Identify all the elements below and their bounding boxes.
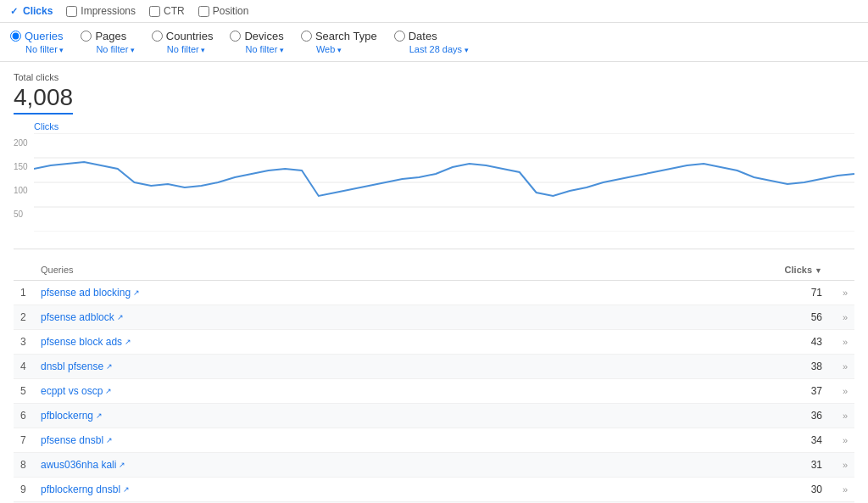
clicks-tab[interactable]: Clicks bbox=[10, 5, 53, 17]
filter-devices[interactable]: Devices No filter bbox=[230, 30, 283, 54]
table-row: 5 ecppt vs oscp ↗ 37 » bbox=[14, 379, 854, 404]
query-text: pfblockerng bbox=[41, 410, 93, 422]
queries-filter-value[interactable]: No filter bbox=[25, 44, 64, 54]
external-link-icon[interactable]: ↗ bbox=[105, 387, 112, 395]
row-query[interactable]: awus036nha kali ↗ bbox=[41, 459, 754, 471]
row-clicks: 37 bbox=[754, 385, 822, 397]
row-query[interactable]: dnsbl pfsense ↗ bbox=[41, 360, 754, 372]
col-arrow-header bbox=[822, 265, 848, 275]
row-clicks: 71 bbox=[754, 287, 822, 299]
devices-filter-label: Devices bbox=[244, 30, 283, 42]
chart-container: Clicks 200 150 100 50 bbox=[14, 121, 854, 232]
dates-radio[interactable] bbox=[394, 31, 405, 42]
external-link-icon[interactable]: ↗ bbox=[117, 313, 124, 321]
chart-table-divider bbox=[14, 249, 854, 249]
external-link-icon[interactable]: ↗ bbox=[133, 288, 140, 297]
row-query[interactable]: pfsense dnsbl ↗ bbox=[41, 434, 754, 446]
chart-svg bbox=[34, 133, 854, 232]
position-tab[interactable]: Position bbox=[198, 5, 249, 17]
row-expand-button[interactable]: » bbox=[822, 361, 848, 372]
row-clicks: 34 bbox=[754, 434, 822, 446]
countries-filter-label: Countries bbox=[166, 30, 214, 42]
row-num: 8 bbox=[20, 459, 41, 471]
filter-queries[interactable]: Queries No filter bbox=[10, 30, 64, 54]
ctr-tab[interactable]: CTR bbox=[149, 5, 185, 17]
row-expand-button[interactable]: » bbox=[822, 435, 848, 445]
position-checkbox[interactable] bbox=[198, 6, 209, 17]
external-link-icon[interactable]: ↗ bbox=[123, 485, 130, 494]
filter-countries[interactable]: Countries No filter bbox=[152, 30, 214, 54]
y-label-100: 100 bbox=[14, 186, 28, 195]
external-link-icon[interactable]: ↗ bbox=[119, 461, 125, 469]
table-row: 3 pfsense block ads ↗ 43 » bbox=[14, 330, 854, 355]
row-expand-button[interactable]: » bbox=[822, 386, 848, 396]
pages-filter-value[interactable]: No filter bbox=[96, 44, 134, 54]
row-query[interactable]: pfsense adblock ↗ bbox=[41, 311, 754, 323]
table-row: 4 dnsbl pfsense ↗ 38 » bbox=[14, 355, 854, 379]
main-content: Total clicks 4,008 Clicks 200 150 100 50… bbox=[0, 62, 868, 503]
table-row: 2 pfsense adblock ↗ 56 » bbox=[14, 305, 854, 330]
top-bar: Clicks Impressions CTR Position bbox=[0, 0, 868, 23]
query-text: pfsense ad blocking bbox=[41, 287, 131, 299]
external-link-icon[interactable]: ↗ bbox=[96, 411, 103, 420]
external-link-icon[interactable]: ↗ bbox=[125, 338, 131, 346]
countries-radio[interactable] bbox=[152, 31, 163, 42]
devices-radio[interactable] bbox=[230, 31, 241, 42]
row-clicks: 38 bbox=[754, 360, 822, 372]
query-text: pfsense block ads bbox=[41, 336, 122, 348]
searchtype-radio[interactable] bbox=[301, 31, 312, 42]
row-clicks: 31 bbox=[754, 459, 822, 471]
table-row: 6 pfblockerng ↗ 36 » bbox=[14, 404, 854, 428]
row-expand-button[interactable]: » bbox=[822, 460, 848, 470]
pages-radio[interactable] bbox=[81, 31, 92, 42]
total-clicks-label: Total clicks bbox=[14, 72, 854, 82]
ctr-checkbox[interactable] bbox=[149, 6, 160, 17]
col-num-header bbox=[20, 265, 41, 275]
dates-filter-value[interactable]: Last 28 days bbox=[409, 44, 469, 54]
row-expand-button[interactable]: » bbox=[822, 288, 848, 298]
row-num: 5 bbox=[20, 385, 41, 397]
row-clicks: 36 bbox=[754, 410, 822, 422]
row-clicks: 43 bbox=[754, 336, 822, 348]
table-body: 1 pfsense ad blocking ↗ 71 » 2 pfsense a… bbox=[14, 281, 854, 503]
total-clicks-value: 4,008 bbox=[14, 84, 73, 115]
query-text: pfblockerng dnsbl bbox=[41, 483, 120, 495]
row-query[interactable]: pfblockerng ↗ bbox=[41, 410, 754, 422]
data-table: Queries Clicks ▼ 1 pfsense ad blocking ↗… bbox=[14, 260, 854, 503]
row-query[interactable]: pfsense ad blocking ↗ bbox=[41, 287, 754, 299]
row-expand-button[interactable]: » bbox=[822, 411, 848, 421]
impressions-label: Impressions bbox=[81, 5, 136, 17]
filter-searchtype[interactable]: Search Type Web bbox=[301, 30, 377, 54]
row-clicks: 56 bbox=[754, 311, 822, 323]
row-num: 9 bbox=[20, 483, 41, 495]
clicks-label: Clicks bbox=[23, 5, 53, 17]
filter-bar: Queries No filter Pages No filter Countr… bbox=[0, 23, 868, 62]
row-num: 3 bbox=[20, 336, 41, 348]
external-link-icon[interactable]: ↗ bbox=[106, 362, 113, 371]
row-num: 7 bbox=[20, 434, 41, 446]
filter-pages[interactable]: Pages No filter bbox=[81, 30, 134, 54]
row-expand-button[interactable]: » bbox=[822, 312, 848, 322]
table-row: 8 awus036nha kali ↗ 31 » bbox=[14, 453, 854, 478]
table-header: Queries Clicks ▼ bbox=[14, 260, 854, 281]
impressions-tab[interactable]: Impressions bbox=[66, 5, 136, 17]
row-expand-button[interactable]: » bbox=[822, 337, 848, 347]
row-query[interactable]: pfsense block ads ↗ bbox=[41, 336, 754, 348]
devices-filter-value[interactable]: No filter bbox=[245, 44, 283, 54]
queries-radio[interactable] bbox=[10, 31, 21, 42]
filter-dates[interactable]: Dates Last 28 days bbox=[394, 30, 469, 54]
y-label-150: 150 bbox=[14, 162, 28, 171]
table-row: 9 pfblockerng dnsbl ↗ 30 » bbox=[14, 478, 854, 502]
row-query[interactable]: pfblockerng dnsbl ↗ bbox=[41, 483, 754, 495]
impressions-checkbox[interactable] bbox=[66, 6, 77, 17]
row-expand-button[interactable]: » bbox=[822, 484, 848, 495]
row-query[interactable]: ecppt vs oscp ↗ bbox=[41, 385, 754, 397]
pages-filter-label: Pages bbox=[95, 30, 126, 42]
ctr-label: CTR bbox=[164, 5, 185, 17]
countries-filter-value[interactable]: No filter bbox=[167, 44, 205, 54]
searchtype-filter-label: Search Type bbox=[315, 30, 377, 42]
col-clicks-header[interactable]: Clicks ▼ bbox=[754, 265, 822, 275]
searchtype-filter-value[interactable]: Web bbox=[316, 44, 342, 54]
row-num: 1 bbox=[20, 287, 41, 299]
external-link-icon[interactable]: ↗ bbox=[106, 436, 113, 444]
